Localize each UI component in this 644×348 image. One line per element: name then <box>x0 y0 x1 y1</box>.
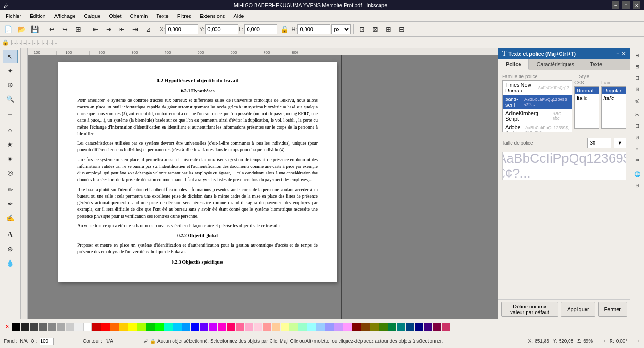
palecyan-swatch[interactable] <box>307 323 316 331</box>
menu-extensions[interactable]: Extensions <box>196 12 229 20</box>
calligraphy-tool[interactable]: ✍ <box>3 211 18 224</box>
paleyellow-swatch[interactable] <box>281 323 289 331</box>
gray-swatch[interactable] <box>39 323 47 331</box>
indent-right[interactable]: ⇥ <box>103 23 115 35</box>
yellow2-swatch[interactable] <box>119 323 128 331</box>
zoom-tool[interactable]: 🔍 <box>3 92 18 106</box>
black-swatch[interactable] <box>12 323 20 331</box>
lpink-swatch[interactable] <box>236 323 244 331</box>
zoom-in-button[interactable]: + <box>603 339 606 344</box>
orange-swatch[interactable] <box>110 323 119 331</box>
menu-chemin[interactable]: Chemin <box>126 12 151 20</box>
red-swatch[interactable] <box>101 323 110 331</box>
redo-button[interactable]: ↪ <box>59 23 71 35</box>
menu-aide[interactable]: Aide <box>230 12 248 20</box>
opacity-input[interactable] <box>40 338 54 345</box>
rt-btn-4[interactable]: ⊠ <box>632 84 643 94</box>
violet-swatch[interactable] <box>200 323 208 331</box>
lblue-swatch[interactable] <box>173 323 182 331</box>
save-button[interactable]: 💾 <box>28 23 41 35</box>
palegreen-swatch[interactable] <box>289 323 298 331</box>
align-right[interactable]: ⇥ <box>129 23 141 35</box>
rt-btn-2[interactable]: ⊞ <box>632 61 643 72</box>
vlpink-swatch[interactable] <box>245 323 253 331</box>
lyellow-swatch[interactable] <box>137 323 146 331</box>
rt-btn-10[interactable]: ⇔ <box>632 155 643 165</box>
rt-btn-1[interactable]: ⊕ <box>632 50 643 60</box>
h-input[interactable] <box>297 24 330 34</box>
vlgray-swatch[interactable] <box>74 323 83 331</box>
snap-btn4[interactable]: ⊟ <box>396 23 408 35</box>
star-tool[interactable]: ★ <box>3 138 18 151</box>
selector-tool[interactable]: ↖ <box>3 50 18 63</box>
undo-button[interactable]: ↩ <box>46 23 58 35</box>
new-button[interactable]: 📄 <box>2 23 14 35</box>
paleteal-swatch[interactable] <box>298 323 307 331</box>
zoom-fit[interactable]: ⊞ <box>72 23 84 35</box>
yellow-swatch[interactable] <box>128 323 137 331</box>
dropper-tool[interactable]: 💧 <box>3 257 18 270</box>
palered-swatch[interactable] <box>254 323 262 331</box>
node-editor-tool[interactable]: ✦ <box>3 64 18 77</box>
close-button[interactable]: ✕ <box>633 1 640 9</box>
dark-swatch[interactable] <box>21 323 29 331</box>
x-input[interactable] <box>165 24 198 34</box>
spray-tool[interactable]: ⊛ <box>3 242 18 256</box>
size-dropdown[interactable]: ▼ <box>614 138 626 148</box>
pencil-tool[interactable]: ✏ <box>3 183 18 196</box>
apply-button[interactable]: Appliquer <box>561 302 595 317</box>
dred-swatch[interactable] <box>92 323 101 331</box>
paleorange-swatch[interactable] <box>272 323 280 331</box>
rt-btn-11[interactable]: 🌐 <box>632 169 643 179</box>
font-item-times[interactable]: Times New Roman AaBbCcIiPpQq12 <box>503 81 572 95</box>
rt-btn-6[interactable]: ✂ <box>632 109 643 120</box>
spiral-tool[interactable]: ◎ <box>3 166 18 179</box>
menu-fichier[interactable]: Fichier <box>2 12 25 20</box>
palepurple-swatch[interactable] <box>334 323 343 331</box>
darkgreen2-swatch[interactable] <box>379 323 388 331</box>
tab-police[interactable]: Police <box>498 59 529 70</box>
align-left[interactable]: ⇤ <box>116 23 128 35</box>
snap-btn2[interactable]: ⊠ <box>369 23 381 35</box>
font-item-sans[interactable]: sans-serif AaBbCcIiPpQq12369$€¢?... <box>503 95 572 109</box>
zoom-out-button[interactable]: − <box>596 339 599 344</box>
menu-objet[interactable]: Objet <box>105 12 125 20</box>
lock-proportions[interactable]: 🔒 <box>278 23 290 35</box>
default-button[interactable]: Définir comme valeur par défaut <box>501 302 558 317</box>
indent-left[interactable]: ⇤ <box>90 23 102 35</box>
purple-swatch[interactable] <box>209 323 217 331</box>
gray2-swatch[interactable] <box>48 323 56 331</box>
rt-btn-12[interactable]: ⊛ <box>632 180 643 191</box>
font-item-adine[interactable]: AdineKirnberg-Script ABC abc <box>503 109 572 123</box>
pink-swatch[interactable] <box>227 323 235 331</box>
palemagenta-swatch[interactable] <box>343 323 352 331</box>
unit-select[interactable]: px mm cm <box>331 24 351 34</box>
white-swatch[interactable] <box>83 323 92 331</box>
teal-swatch[interactable] <box>164 323 173 331</box>
blue-swatch[interactable] <box>191 323 199 331</box>
dgreen-swatch[interactable] <box>146 323 155 331</box>
style-italic[interactable]: Italic <box>575 94 599 102</box>
darkmagenta-swatch[interactable] <box>433 323 441 331</box>
menu-edition[interactable]: Édition <box>26 12 50 20</box>
circle-tool[interactable]: ○ <box>3 124 18 137</box>
maroon-swatch[interactable] <box>352 323 361 331</box>
l-input[interactable] <box>244 24 277 34</box>
y-input[interactable] <box>205 24 238 34</box>
face-regular[interactable]: Regular <box>602 87 626 94</box>
blue2-swatch[interactable] <box>182 323 190 331</box>
forest-swatch[interactable] <box>388 323 396 331</box>
font-item-arabic[interactable]: Adobe Arabic AaBbCcIiPpQq12369$, 342, 21… <box>503 123 572 132</box>
open-button[interactable]: 📂 <box>15 23 27 35</box>
no-color-swatch[interactable]: ✕ <box>3 323 11 331</box>
paleviolet-swatch[interactable] <box>325 323 334 331</box>
lgray-swatch[interactable] <box>57 323 65 331</box>
rt-btn-9[interactable]: ↕ <box>632 143 643 154</box>
snap-btn1[interactable]: ⊡ <box>356 23 368 35</box>
text-tool[interactable]: A <box>3 228 18 241</box>
tweak-tool[interactable]: ⊕ <box>3 78 18 91</box>
menu-calque[interactable]: Calque <box>80 12 104 20</box>
paleblue-swatch[interactable] <box>316 323 325 331</box>
canvas-area[interactable]: -100 | 100 | 200 300 400 500 600 700 800… <box>21 48 498 319</box>
maximize-button[interactable]: □ <box>622 1 630 9</box>
